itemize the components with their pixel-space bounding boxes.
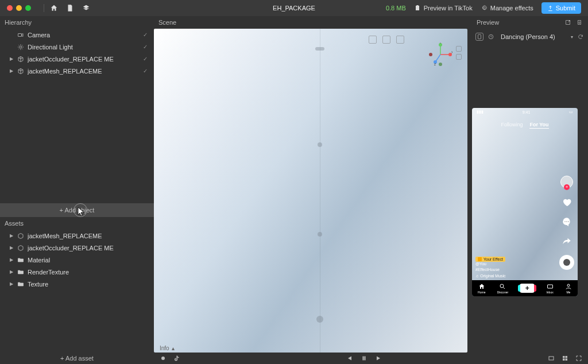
nav-create[interactable]: + [520,284,535,293]
sound-disc-icon[interactable] [559,255,574,270]
scene-viewport[interactable]: Y X Z Info ▴ [154,29,467,353]
phone-username[interactable]: @You [475,261,506,268]
asset-item-label: jacketOccluder_REPLACE ME [28,245,149,251]
hierarchy-item-mesh[interactable]: ▶ jacketMesh_REPLACEME ✓ [0,65,154,77]
fullscreen-icon[interactable] [575,355,582,362]
camera-icon [17,32,24,38]
scene-info-button[interactable]: Info ▴ [160,345,175,351]
jacket-button [318,232,322,237]
scene-toggle-grid[interactable] [456,54,462,60]
scene-tool-rotate[interactable] [382,36,390,44]
add-asset-button[interactable]: + Add asset [0,353,154,364]
visibility-check-icon[interactable]: ✓ [141,56,149,62]
scene-tool-scale[interactable] [396,36,404,44]
svg-text:X: X [451,51,452,54]
hierarchy-item-light[interactable]: Directional Light ✓ [0,41,154,53]
profile-avatar[interactable]: + [560,176,573,188]
asset-item[interactable]: ▶ jacketMesh_REPLACEME [0,230,154,242]
svg-point-17 [568,221,569,222]
caret-right-icon[interactable]: ▶ [9,233,14,238]
visibility-check-icon[interactable]: ✓ [141,68,149,74]
svg-point-20 [567,284,570,286]
like-icon[interactable] [561,196,572,208]
grid-icon[interactable] [562,355,568,362]
scene-toggle-ortho[interactable] [456,46,462,52]
manage-effects-button[interactable]: Manage effects [481,5,533,11]
svg-point-21 [161,357,165,360]
window-close-button[interactable] [7,5,13,11]
svg-rect-19 [547,285,552,288]
battery-icon: ▭ [569,110,573,114]
caret-right-icon[interactable]: ▶ [9,245,14,250]
asset-item[interactable]: ▶ RenderTexture [0,266,154,278]
hierarchy-list: Camera ✓ Directional Light ✓ ▶ jacketOcc… [0,29,154,203]
share-icon[interactable] [561,235,572,247]
phone-sound[interactable]: Original Music [480,273,505,280]
scene-header: Scene [154,16,472,29]
caret-right-icon[interactable]: ▶ [9,56,14,61]
skip-forward-icon[interactable] [376,355,382,362]
refresh-icon[interactable] [577,33,585,41]
music-note-icon: ♫ [475,273,478,280]
svg-rect-25 [563,359,565,361]
camera-toggle-icon[interactable] [487,33,495,41]
pause-icon[interactable] [361,355,368,362]
preview-in-tiktok-label: Preview in TikTok [424,5,473,11]
comment-icon[interactable] [561,216,572,227]
caret-right-icon[interactable]: ▶ [9,281,14,286]
caret-right-icon[interactable]: ▶ [9,68,14,73]
svg-rect-24 [566,356,568,358]
tab-following[interactable]: Following [501,122,523,129]
export-icon[interactable] [575,18,583,26]
svg-rect-26 [566,359,568,361]
caret-right-icon[interactable]: ▶ [9,257,14,262]
nav-home[interactable]: Home [478,283,485,294]
axis-gizmo[interactable]: Y X Z [428,42,452,67]
nav-inbox[interactable]: Inbox [546,283,553,294]
device-icon[interactable] [475,33,483,41]
window-minimize-button[interactable] [16,5,22,11]
tab-foryou[interactable]: For You [529,122,548,129]
submit-button[interactable]: Submit [541,2,581,14]
svg-point-18 [500,284,504,288]
nav-me[interactable]: Me [565,283,572,294]
aspect-icon[interactable] [548,355,555,362]
add-object-button[interactable]: + Add object [0,203,154,217]
topbar: EH_PACKAGE 0.8 MB Preview in TikTok Mana… [0,0,588,16]
document-icon[interactable] [66,4,74,12]
signal-icon: ▮▮▮ [477,110,483,114]
svg-point-16 [566,221,567,222]
chevron-down-icon[interactable]: ▾ [571,34,573,40]
asset-item-label: jacketMesh_REPLACEME [28,233,149,239]
asset-item[interactable]: ▶ jacketOccluder_REPLACE ME [0,242,154,254]
scene-tool-group [369,36,404,44]
follow-plus-icon[interactable]: + [564,184,570,190]
visibility-check-icon[interactable]: ✓ [141,32,149,38]
asset-item[interactable]: ▶ Texture [0,278,154,290]
hierarchy-item-label: jacketOccluder_REPLACE ME [28,56,138,63]
popout-icon[interactable] [564,18,572,26]
phone-hashtag[interactable]: #EffectHouse [475,267,506,273]
window-zoom-button[interactable] [25,5,31,11]
preview-in-tiktok-button[interactable]: Preview in TikTok [414,5,473,11]
svg-point-9 [439,63,442,66]
asset-item-label: RenderTexture [28,269,149,276]
hierarchy-item-occluder[interactable]: ▶ jacketOccluder_REPLACE ME ✓ [0,53,154,65]
tiktok-icon[interactable] [173,355,180,362]
hierarchy-item-camera[interactable]: Camera ✓ [0,29,154,41]
record-icon[interactable] [160,355,167,362]
asset-item[interactable]: ▶ Material [0,254,154,266]
scene-tool-move[interactable] [369,36,377,44]
nav-discover[interactable]: Discover [497,283,508,294]
layers-icon[interactable] [82,4,90,12]
phone-preview: ▮▮▮ 9:41 ▭ Following For You + [472,108,578,296]
visibility-check-icon[interactable]: ✓ [141,44,149,50]
skip-back-icon[interactable] [346,355,353,362]
home-icon[interactable] [50,4,58,12]
svg-rect-23 [563,356,565,358]
timeline-bar [154,353,588,364]
preview-source-select[interactable]: Dancing (Person 4) [498,33,567,40]
hierarchy-item-label: jacketMesh_REPLACEME [28,68,138,75]
caret-right-icon[interactable]: ▶ [9,269,14,274]
folder-icon [17,281,24,288]
